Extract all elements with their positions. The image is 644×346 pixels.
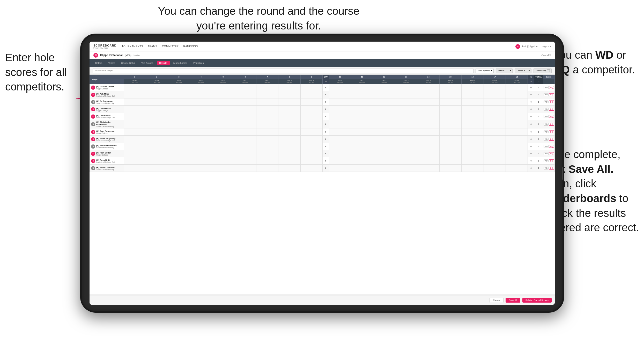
hole-11-input-row-7[interactable]: [351, 136, 373, 143]
hole-score-input[interactable]: [417, 165, 439, 172]
hole-18-input-row-6[interactable]: [506, 128, 528, 136]
hole-score-input[interactable]: [278, 150, 300, 157]
hole-5-input-row-1[interactable]: [212, 91, 234, 98]
hole-15-input-row-8[interactable]: [439, 143, 461, 150]
wd-button[interactable]: WD: [544, 93, 549, 96]
hole-6-input-row-0[interactable]: [234, 84, 256, 91]
filter-team-select[interactable]: Filter by team ▾: [476, 68, 494, 73]
hole-score-input[interactable]: [190, 157, 212, 164]
hole-16-input-row-0[interactable]: [462, 84, 484, 91]
hole-5-input-row-11[interactable]: [212, 165, 234, 172]
hole-18-input-row-0[interactable]: [506, 84, 528, 91]
hole-10-input-row-4[interactable]: [329, 113, 351, 120]
hole-score-input[interactable]: [278, 84, 300, 91]
hole-2-input-row-2[interactable]: [146, 98, 168, 106]
hole-6-input-row-7[interactable]: [234, 136, 256, 143]
hole-10-input-row-7[interactable]: [329, 136, 351, 143]
hole-3-input-row-8[interactable]: [168, 143, 190, 150]
hole-score-input[interactable]: [417, 150, 439, 157]
tab-tee-groups[interactable]: Tee Groups: [139, 61, 156, 65]
hole-score-input[interactable]: [146, 157, 168, 164]
hole-10-input-row-5[interactable]: [329, 120, 351, 128]
hole-score-input[interactable]: [124, 128, 146, 135]
hole-score-input[interactable]: [124, 165, 146, 172]
hole-17-input-row-9[interactable]: [484, 150, 506, 157]
hole-17-input-row-0[interactable]: [484, 84, 506, 91]
hole-score-input[interactable]: [351, 157, 373, 164]
hole-score-input[interactable]: [124, 120, 146, 128]
hole-score-input[interactable]: [212, 106, 234, 113]
hole-5-input-row-9[interactable]: [212, 150, 234, 157]
hole-score-input[interactable]: [124, 157, 146, 164]
hole-score-input[interactable]: [146, 84, 168, 91]
hole-score-input[interactable]: [146, 136, 168, 143]
hole-score-input[interactable]: [124, 150, 146, 157]
hole-score-input[interactable]: [506, 143, 528, 150]
hole-score-input[interactable]: [351, 98, 373, 105]
hole-score-input[interactable]: [234, 165, 256, 172]
hole-score-input[interactable]: [440, 150, 461, 157]
hole-score-input[interactable]: [373, 84, 395, 91]
hole-16-input-row-6[interactable]: [462, 128, 484, 136]
hole-9-input-row-2[interactable]: [300, 98, 322, 106]
hole-score-input[interactable]: [212, 150, 234, 157]
sign-out-link[interactable]: Sign out: [542, 45, 551, 48]
hole-17-input-row-10[interactable]: [484, 157, 506, 165]
dq-button[interactable]: DQ: [549, 138, 554, 141]
hole-score-input[interactable]: [417, 128, 439, 135]
hole-score-input[interactable]: [506, 84, 528, 91]
hole-13-input-row-6[interactable]: [395, 128, 417, 136]
hole-13-input-row-5[interactable]: [395, 120, 417, 128]
hole-9-input-row-5[interactable]: [300, 120, 322, 128]
hole-15-input-row-4[interactable]: [439, 113, 461, 120]
hole-6-input-row-1[interactable]: [234, 91, 256, 98]
hole-score-input[interactable]: [462, 91, 483, 98]
hole-6-input-row-6[interactable]: [234, 128, 256, 136]
hole-1-input-row-10[interactable]: [124, 157, 146, 165]
hole-5-input-row-8[interactable]: [212, 143, 234, 150]
hole-score-input[interactable]: [212, 98, 234, 105]
hole-1-input-row-9[interactable]: [124, 150, 146, 157]
hole-10-input-row-2[interactable]: [329, 98, 351, 106]
hole-score-input[interactable]: [168, 84, 190, 91]
hole-4-input-row-2[interactable]: [190, 98, 212, 106]
hole-score-input[interactable]: [506, 120, 528, 128]
hole-score-input[interactable]: [506, 98, 528, 105]
hole-score-input[interactable]: [234, 113, 256, 120]
hole-14-input-row-5[interactable]: [417, 120, 439, 128]
hole-3-input-row-7[interactable]: [168, 136, 190, 143]
hole-8-input-row-1[interactable]: [278, 91, 300, 98]
hole-score-input[interactable]: [124, 113, 146, 120]
hole-13-input-row-7[interactable]: [395, 136, 417, 143]
hole-15-input-row-7[interactable]: [439, 136, 461, 143]
hole-15-input-row-0[interactable]: [439, 84, 461, 91]
hole-score-input[interactable]: [329, 150, 351, 157]
hole-11-input-row-6[interactable]: [351, 128, 373, 136]
hole-score-input[interactable]: [462, 143, 483, 150]
hole-13-input-row-10[interactable]: [395, 157, 417, 165]
hole-score-input[interactable]: [168, 128, 190, 135]
hole-6-input-row-3[interactable]: [234, 106, 256, 113]
hole-score-input[interactable]: [168, 106, 190, 113]
hole-score-input[interactable]: [484, 120, 506, 128]
hole-score-input[interactable]: [256, 143, 278, 150]
hole-13-input-row-8[interactable]: [395, 143, 417, 150]
hole-4-input-row-7[interactable]: [190, 136, 212, 143]
hole-score-input[interactable]: [256, 150, 278, 157]
hole-score-input[interactable]: [190, 84, 212, 91]
hole-7-input-row-0[interactable]: [256, 84, 278, 91]
hole-11-input-row-0[interactable]: [351, 84, 373, 91]
hole-score-input[interactable]: [484, 136, 506, 143]
hole-4-input-row-9[interactable]: [190, 150, 212, 157]
hole-score-input[interactable]: [395, 91, 417, 98]
hole-score-input[interactable]: [234, 128, 256, 135]
hole-16-input-row-5[interactable]: [462, 120, 484, 128]
hole-4-input-row-4[interactable]: [190, 113, 212, 120]
hole-score-input[interactable]: [329, 113, 351, 120]
hole-13-input-row-11[interactable]: [395, 165, 417, 172]
hole-6-input-row-10[interactable]: [234, 157, 256, 165]
hole-11-input-row-1[interactable]: [351, 91, 373, 98]
hole-score-input[interactable]: [168, 150, 190, 157]
hole-18-input-row-3[interactable]: [506, 106, 528, 113]
hole-score-input[interactable]: [440, 136, 461, 143]
